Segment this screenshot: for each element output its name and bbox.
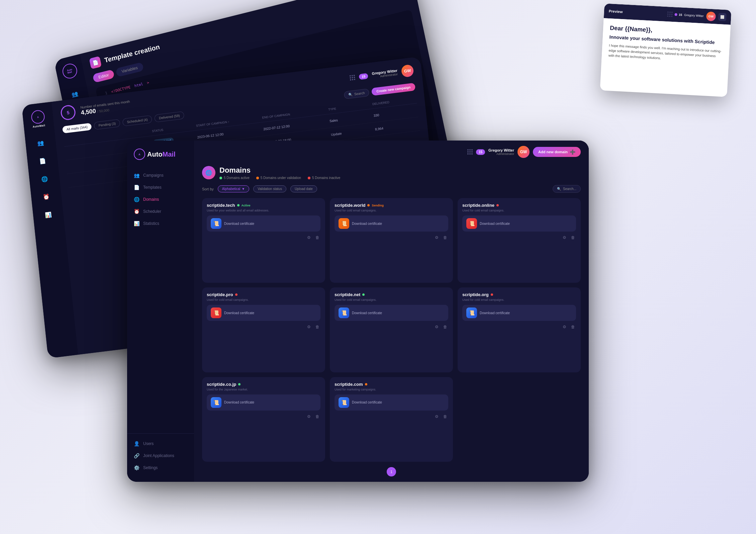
- t2-logo: A AutoMail: [31, 109, 46, 128]
- domain-card-world: scriptide.world Sending Used for cold em…: [330, 198, 453, 283]
- t3-dots-icon: [467, 149, 473, 155]
- t3-add-domain-btn[interactable]: Add new domain ➕: [533, 147, 581, 157]
- domain-dot-net: [362, 293, 365, 296]
- settings-action-tech[interactable]: ⚙: [306, 234, 312, 241]
- sidebar-item-scheduler[interactable]: ⏰ Scheduler: [127, 205, 194, 217]
- t3-domain-title: Domains: [219, 166, 340, 175]
- t3-search-placeholder: Search...: [563, 187, 576, 191]
- cert-icon-cojp: 📜: [211, 397, 221, 408]
- settings-action-org[interactable]: ⚙: [562, 324, 567, 330]
- campaigns-icon: 👥: [134, 173, 140, 178]
- domain-usage-com: Used for marketing campaigns.: [335, 388, 448, 391]
- t3-add-btn-label: Add new domain: [538, 150, 568, 154]
- preview-label: Preview: [609, 9, 623, 14]
- sidebar-item-joint-apps[interactable]: 🔗 Joint Applications: [127, 450, 194, 462]
- t2-user-area: 15 Gregory Witter Administrator GW: [349, 64, 414, 84]
- domain-usage-org: Used for cold email campaigns.: [462, 298, 576, 301]
- delete-action-online[interactable]: 🗑: [570, 234, 576, 241]
- t3-upload-date-btn[interactable]: Upload date: [290, 185, 317, 192]
- cert-btn-tech[interactable]: 📜 Download certificate: [207, 215, 320, 232]
- cert-btn-online[interactable]: 📜 Download certificate: [462, 215, 576, 232]
- t3-search-box[interactable]: 🔍 Search...: [553, 185, 581, 193]
- domain-dot-world: [367, 204, 370, 206]
- settings-action-pro[interactable]: ⚙: [306, 324, 312, 330]
- sidebar-item-templates[interactable]: 📄 Templates: [127, 181, 194, 193]
- delete-action-net[interactable]: 🗑: [442, 324, 448, 330]
- settings-action-world[interactable]: ⚙: [434, 234, 440, 241]
- sidebar-item-settings[interactable]: ⚙️ Settings: [127, 462, 194, 474]
- card-actions-com: ⚙ 🗑: [335, 413, 448, 420]
- settings-action-online[interactable]: ⚙: [562, 234, 567, 241]
- cert-btn-pro[interactable]: 📜 Download certificate: [207, 305, 320, 321]
- delete-action-org[interactable]: 🗑: [570, 324, 576, 330]
- domain-card-tech: scriptide.tech Active Used for your webs…: [202, 198, 325, 283]
- t2-row2-type: Update: [331, 127, 375, 136]
- t2-row1-type: Sales: [329, 114, 374, 123]
- t2-search-placeholder: Search: [354, 91, 365, 96]
- t3-stat-active: 5 Domains active: [219, 176, 250, 180]
- sidebar-item-templates-label: Templates: [143, 185, 162, 190]
- t2-nav-icon-4[interactable]: ⏰: [40, 190, 53, 203]
- cert-btn-com[interactable]: 📜 Download certificate: [335, 394, 448, 411]
- card-actions-cojp: ⚙ 🗑: [207, 413, 320, 420]
- t3-topbar: 15 Gregory Witter Administrator GW Add n…: [194, 141, 589, 163]
- t2-nav-icon-1[interactable]: 👥: [34, 136, 48, 150]
- joint-apps-icon: 🔗: [134, 453, 140, 458]
- t3-domain-stats: 5 Domains active 5 Domains under validat…: [219, 176, 340, 180]
- t3-stat-inactive-label: 5 Domains inactive: [312, 176, 340, 180]
- page-1-btn[interactable]: 1: [387, 467, 396, 476]
- domain-card-org: scriptide.org Used for cold email campai…: [458, 287, 581, 372]
- domain-name-online: scriptide.online: [462, 203, 576, 208]
- t3-logo-area: A AutoMail: [127, 149, 194, 169]
- t2-nav-icon-5[interactable]: 📊: [41, 208, 55, 221]
- cert-text-cojp: Download certificate: [224, 400, 254, 404]
- card-actions-online: ⚙ 🗑: [462, 234, 576, 241]
- delete-action-com[interactable]: 🗑: [442, 413, 448, 420]
- t2-nav-icon-3[interactable]: 🌐: [38, 172, 51, 185]
- card-actions-tech: ⚙ 🗑: [207, 234, 320, 241]
- domain-usage-online: Used for cold email campaigns.: [462, 209, 576, 212]
- domain-card-pro: scriptide.pro Used for cold email campai…: [202, 287, 325, 372]
- t3-user-role: Administrator: [488, 152, 514, 156]
- chevron-down-icon: ▼: [242, 187, 245, 191]
- settings-action-cojp[interactable]: ⚙: [306, 413, 312, 420]
- t3-notification-badge[interactable]: 15: [476, 149, 485, 155]
- t2-row2-delivered: 8,964: [375, 122, 419, 131]
- sidebar-item-campaigns[interactable]: 👥 Campaigns: [127, 169, 194, 181]
- t3-sort-alphabetical-btn[interactable]: Alphabetical ▼: [218, 185, 249, 192]
- domain-usage-world: Used for cold email campaigns.: [335, 209, 448, 212]
- delete-action-world[interactable]: 🗑: [442, 234, 448, 241]
- t2-notification-badge[interactable]: 15: [359, 73, 368, 80]
- delete-action-tech[interactable]: 🗑: [314, 234, 320, 241]
- domain-name-cojp: scriptide.co.jp: [207, 382, 320, 387]
- preview-body: I hope this message finds you well. I'm …: [608, 43, 723, 64]
- t2-nav-icon-2[interactable]: 📄: [36, 154, 50, 168]
- domain-usage-cojp: Used for the Japanese market.: [207, 388, 320, 391]
- domain-name-tech: scriptide.tech Active: [207, 203, 320, 208]
- preview-content: Dear {{Name}}, Innovate your software so…: [601, 18, 731, 70]
- t3-controls: Sort by Alphabetical ▼ Validation status…: [194, 185, 589, 198]
- sidebar-item-users[interactable]: 👤 Users: [127, 438, 194, 450]
- t3-validation-status-btn[interactable]: Validation status: [253, 185, 286, 192]
- cert-btn-net[interactable]: 📜 Download certificate: [335, 305, 448, 321]
- settings-action-com[interactable]: ⚙: [434, 413, 440, 420]
- sidebar-item-statistics[interactable]: 📊 Statistics: [127, 217, 194, 230]
- domain-card-cojp: scriptide.co.jp Used for the Japanese ma…: [202, 377, 325, 462]
- t3-domain-grid: scriptide.tech Active Used for your webs…: [194, 198, 589, 462]
- sidebar-item-domains[interactable]: 🌐 Domains: [127, 193, 194, 205]
- cert-text-net: Download certificate: [352, 311, 382, 315]
- t1-logo: AutoMail: [61, 62, 79, 80]
- domain-name-net: scriptide.net: [335, 292, 448, 297]
- delete-action-pro[interactable]: 🗑: [314, 324, 320, 330]
- cert-btn-org[interactable]: 📜 Download certificate: [462, 305, 576, 321]
- delete-action-cojp[interactable]: 🗑: [314, 413, 320, 420]
- cert-btn-world[interactable]: 📜 Download certificate: [335, 215, 448, 232]
- t2-counter-max: / 50,000: [97, 108, 109, 113]
- card-actions-org: ⚙ 🗑: [462, 324, 576, 330]
- t3-domain-section-icon: 🌐: [202, 166, 215, 179]
- tablet-domains: A AutoMail 👥 Campaigns 📄 Templates 🌐 Dom…: [127, 141, 589, 482]
- domain-dot-pro: [235, 293, 238, 296]
- settings-action-net[interactable]: ⚙: [434, 324, 440, 330]
- cert-btn-cojp[interactable]: 📜 Download certificate: [207, 394, 320, 411]
- preview-copy-btn[interactable]: ⬜: [718, 13, 727, 21]
